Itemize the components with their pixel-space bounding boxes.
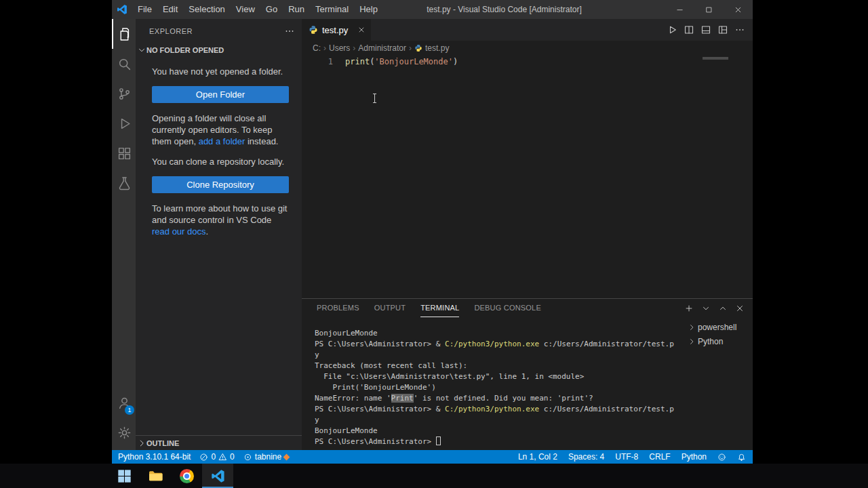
status-feedback-button[interactable] <box>717 453 726 462</box>
add-folder-link[interactable]: add a folder <box>199 136 245 146</box>
window-maximize-button[interactable] <box>694 0 724 19</box>
breadcrumb-item[interactable]: Users <box>329 43 350 53</box>
status-ln-1-col-2[interactable]: Ln 1, Col 2 <box>518 452 557 462</box>
chevron-down-icon <box>137 45 146 55</box>
maximize-icon <box>705 5 713 14</box>
status-python[interactable]: Python <box>682 452 707 462</box>
maximize-panel-button[interactable] <box>716 302 730 315</box>
activity-settings[interactable] <box>112 418 136 447</box>
chevron-right-icon <box>137 439 146 448</box>
menu-go[interactable]: Go <box>260 0 283 19</box>
window-minimize-button[interactable] <box>665 0 694 19</box>
breadcrumb-item[interactable]: Administrator <box>358 43 406 53</box>
panel-tab-debug-console[interactable]: DEBUG CONSOLE <box>474 299 541 317</box>
activity-source-control[interactable] <box>112 79 136 108</box>
code-line: 1print('BonjourLeMonde') <box>302 56 753 68</box>
clone-repository-button[interactable]: Clone Repository <box>152 176 289 193</box>
panel-header: PROBLEMSOUTPUTTERMINALDEBUG CONSOLE <box>302 299 753 317</box>
panel-tab-output[interactable]: OUTPUT <box>374 299 406 317</box>
breadcrumb-item[interactable]: C: <box>313 43 321 53</box>
close-panel-button[interactable] <box>733 302 747 315</box>
terminal-output[interactable]: BonjourLeMondePS C:\Users\Administrator>… <box>315 328 686 449</box>
sidebar-body: You have not yet opened a folder. Open F… <box>136 58 302 237</box>
menu-view[interactable]: View <box>231 0 260 19</box>
python-interpreter-label: Python 3.10.1 64-bit <box>118 452 191 462</box>
menu-file[interactable]: File <box>132 0 157 19</box>
new-terminal-button[interactable] <box>682 302 696 315</box>
error-count: 0 <box>211 452 216 462</box>
close-icon <box>734 5 743 14</box>
section-no-folder-opened[interactable]: NO FOLDER OPENED <box>136 43 302 58</box>
status-bell-button[interactable] <box>737 453 746 462</box>
terminal-text: C:/python3/python.exe <box>445 340 539 348</box>
workbench: 1 EXPLORER NO FOLDER OPENED You have not… <box>112 19 753 450</box>
terminal-text: PS C:\Users\Administrator> & <box>315 405 445 413</box>
tabnine-label: tabnine <box>255 452 281 462</box>
panel-tab-problems[interactable]: PROBLEMS <box>317 299 359 317</box>
terminal-profile-dropdown-button[interactable] <box>699 302 713 315</box>
status-spaces-4[interactable]: Spaces: 4 <box>568 452 604 462</box>
tabnine-icon <box>243 453 252 462</box>
open-folder-button[interactable]: Open Folder <box>152 86 289 103</box>
split-editor-button[interactable] <box>682 22 696 37</box>
close-icon <box>735 304 745 313</box>
code-token: ) <box>453 57 458 66</box>
sidebar-explorer: EXPLORER NO FOLDER OPENED You have not y… <box>136 19 302 450</box>
menu-run[interactable]: Run <box>283 0 310 19</box>
panel-tab-terminal[interactable]: TERMINAL <box>420 299 459 317</box>
terminal-process-powershell[interactable]: powershell <box>688 320 753 334</box>
layout-icon <box>717 24 728 35</box>
terminal-line: PS C:\Users\Administrator> & C:/python3/… <box>315 339 686 350</box>
menu-help[interactable]: Help <box>354 0 383 19</box>
status-python-interpreter[interactable]: Python 3.10.1 64-bit <box>118 452 191 462</box>
terminal-text: c:/Users/Administrator/test.p <box>539 405 674 413</box>
more-actions-button[interactable] <box>732 22 747 37</box>
settings-icon <box>117 426 132 440</box>
status-bar-right: Ln 1, Col 2Spaces: 4UTF-8CRLFPython <box>507 452 746 462</box>
customize-layout-button[interactable] <box>715 22 730 37</box>
minimap[interactable] <box>703 57 730 98</box>
menu-terminal[interactable]: Terminal <box>310 0 354 19</box>
read-docs-link[interactable]: read our docs <box>152 226 206 237</box>
code-editor[interactable]: 1print('BonjourLeMonde') <box>302 56 753 298</box>
activity-extensions[interactable] <box>112 138 136 168</box>
status-problems[interactable]: 0 0 <box>199 452 234 462</box>
window-close-button[interactable] <box>724 0 753 19</box>
terminal-text: Print <box>391 394 414 403</box>
activity-testing[interactable] <box>112 168 136 198</box>
status-tabnine[interactable]: tabnine <box>243 452 289 462</box>
taskbar-file-explorer[interactable] <box>140 464 171 488</box>
sidebar-header: EXPLORER <box>136 19 302 43</box>
terminal-process-label: Python <box>698 337 723 346</box>
taskbar-vscode[interactable] <box>202 464 233 488</box>
terminal-line: PS C:\Users\Administrator> & C:/python3/… <box>315 404 686 415</box>
explorer-more-actions-icon[interactable] <box>284 26 295 37</box>
breadcrumb-item[interactable]: test.py <box>425 43 449 53</box>
warning-icon <box>218 453 227 462</box>
tab-test-py[interactable]: test.py <box>302 19 371 41</box>
terminal-text: Traceback (most recent call last): <box>315 361 467 370</box>
extensions-icon <box>117 146 132 161</box>
activity-account[interactable]: 1 <box>112 388 136 418</box>
run-debug-icon <box>117 117 132 131</box>
run-python-file-button[interactable] <box>665 22 679 37</box>
section-title: NO FOLDER OPENED <box>146 46 224 54</box>
taskbar-chrome[interactable] <box>171 464 202 488</box>
menu-selection[interactable]: Selection <box>183 0 230 19</box>
activity-explorer[interactable] <box>112 19 136 49</box>
terminal-process-python[interactable]: Python <box>688 334 753 348</box>
line-number: 1 <box>302 56 333 68</box>
toggle-panel-button[interactable] <box>698 22 713 37</box>
terminal-text: Print('BonjourLeMonde') <box>315 383 436 392</box>
python-icon <box>309 25 318 35</box>
section-outline[interactable]: OUTLINE <box>136 435 302 450</box>
status-crlf[interactable]: CRLF <box>649 452 670 462</box>
tab-close-icon[interactable] <box>357 26 366 34</box>
opening-folder-text: Opening a folder will close all currentl… <box>152 113 289 147</box>
taskbar-start[interactable] <box>108 464 140 488</box>
status-utf-8[interactable]: UTF-8 <box>615 452 638 462</box>
menu-edit[interactable]: Edit <box>157 0 183 19</box>
terminal-line: y <box>315 415 686 426</box>
activity-search[interactable] <box>112 49 136 79</box>
activity-run-debug[interactable] <box>112 108 136 138</box>
